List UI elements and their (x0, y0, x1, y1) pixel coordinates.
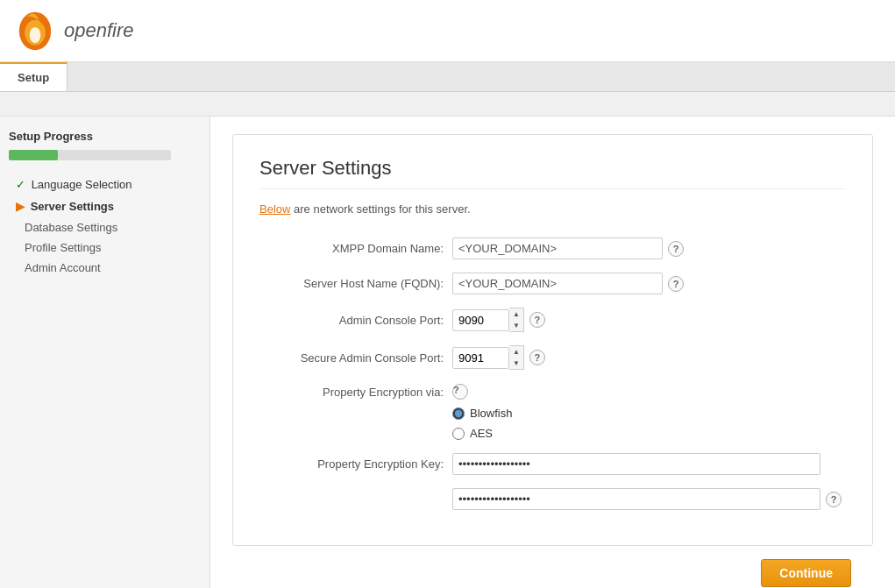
footer-area: Continue (232, 546, 873, 588)
sidebar-item-profile-settings[interactable]: Profile Settings (9, 237, 201, 258)
logo-area: openfire (13, 9, 134, 53)
page-description: Below are network settings for this serv… (259, 202, 846, 216)
sidebar-item-database-settings[interactable]: Database Settings (9, 217, 201, 237)
server-host-row: Server Host Name (FQDN): ? (259, 273, 846, 294)
secure-port-row: Secure Admin Console Port: ▲ ▼ ? (259, 345, 846, 370)
secure-port-input[interactable] (452, 347, 509, 369)
secure-port-label: Secure Admin Console Port: (259, 351, 452, 365)
blowfish-label: Blowfish (470, 407, 512, 420)
encryption-key-help-icon[interactable]: ? (826, 492, 842, 507)
admin-port-up-arrow[interactable]: ▲ (509, 308, 523, 320)
sidebar-language-label: Language Selection (32, 178, 132, 191)
xmpp-domain-help-icon[interactable]: ? (668, 241, 684, 257)
sidebar-database-label: Database Settings (25, 221, 117, 234)
encryption-key-row-1: Property Encryption Key: (259, 453, 846, 475)
progress-bar (9, 150, 171, 160)
blowfish-radio[interactable] (452, 407, 465, 420)
encryption-key-label: Property Encryption Key: (259, 457, 452, 471)
aes-option[interactable]: AES (452, 427, 512, 440)
setup-progress-label: Setup Progress (9, 130, 201, 143)
encryption-via-label: Property Encryption via: (259, 383, 452, 399)
sidebar-profile-label: Profile Settings (25, 241, 101, 254)
server-host-label: Server Host Name (FQDN): (259, 277, 452, 290)
xmpp-domain-label: XMPP Domain Name: (259, 242, 452, 255)
encryption-radio-group: Blowfish AES (452, 407, 512, 440)
encryption-key-controls-2: ? (452, 488, 842, 510)
admin-port-arrows: ▲ ▼ (509, 308, 524, 332)
server-host-input[interactable] (452, 273, 663, 294)
admin-port-label: Admin Console Port: (259, 314, 452, 327)
encryption-key-row-2: ? (259, 488, 846, 510)
svg-point-2 (30, 27, 41, 43)
setup-tab[interactable]: Setup (0, 62, 67, 91)
encryption-key-input-1[interactable] (452, 453, 820, 475)
content-panel: Server Settings Below are network settin… (232, 134, 873, 546)
tab-bar: Setup (0, 62, 895, 92)
secure-port-spinner: ▲ ▼ (452, 345, 524, 370)
description-highlight: Below (259, 202, 290, 216)
encryption-via-row: Property Encryption via: ? Blowfish AES (259, 383, 846, 440)
admin-port-controls: ▲ ▼ ? (452, 308, 545, 332)
encryption-key-input-2[interactable] (452, 488, 820, 510)
description-rest: are network settings for this server. (294, 202, 471, 216)
header: openfire (0, 0, 895, 62)
encryption-key-controls-1 (452, 453, 820, 475)
sidebar-admin-label: Admin Account (25, 261, 101, 274)
page-title: Server Settings (259, 157, 846, 189)
content-area: Server Settings Below are network settin… (210, 117, 895, 588)
logo-text: openfire (64, 19, 134, 42)
blowfish-option[interactable]: Blowfish (452, 407, 512, 420)
secure-port-arrows: ▲ ▼ (509, 345, 524, 370)
secure-port-help-icon[interactable]: ? (529, 350, 545, 365)
aes-radio[interactable] (452, 428, 465, 440)
secure-port-controls: ▲ ▼ ? (452, 345, 545, 370)
sidebar-item-admin-account[interactable]: Admin Account (9, 258, 201, 278)
arrow-icon: ▶ (16, 200, 25, 213)
encryption-via-help-icon[interactable]: ? (452, 384, 468, 400)
aes-label: AES (470, 427, 493, 440)
continue-button[interactable]: Continue (761, 559, 851, 587)
xmpp-domain-controls: ? (452, 237, 684, 259)
encryption-via-controls: ? Blowfish AES (452, 383, 512, 440)
admin-port-down-arrow[interactable]: ▼ (509, 320, 523, 331)
openfire-logo-icon (13, 9, 57, 53)
admin-port-spinner: ▲ ▼ (452, 308, 524, 332)
xmpp-domain-input[interactable] (452, 237, 663, 259)
secure-port-up-arrow[interactable]: ▲ (509, 346, 523, 358)
main-layout: Setup Progress ✓ Language Selection ▶ Se… (0, 117, 895, 588)
progress-bar-fill (9, 150, 58, 160)
xmpp-domain-row: XMPP Domain Name: ? (259, 237, 846, 259)
sidebar: Setup Progress ✓ Language Selection ▶ Se… (0, 117, 210, 588)
secure-port-down-arrow[interactable]: ▼ (509, 358, 523, 369)
admin-port-help-icon[interactable]: ? (529, 312, 545, 328)
sidebar-item-server-settings[interactable]: ▶ Server Settings (9, 195, 201, 217)
admin-port-row: Admin Console Port: ▲ ▼ ? (259, 308, 846, 332)
server-host-help-icon[interactable]: ? (668, 276, 684, 292)
sidebar-item-language-selection[interactable]: ✓ Language Selection (9, 174, 201, 195)
sidebar-server-label: Server Settings (31, 200, 114, 213)
server-host-controls: ? (452, 273, 684, 294)
checkmark-icon: ✓ (16, 178, 25, 191)
sub-header (0, 92, 895, 117)
admin-port-input[interactable] (452, 309, 509, 331)
